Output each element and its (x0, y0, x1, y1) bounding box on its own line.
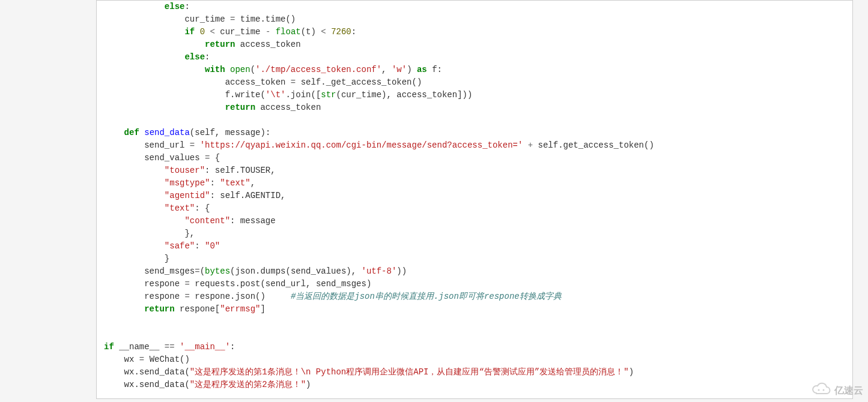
code-token: : (184, 2, 189, 11)
code-line: wx.send_data("这是程序发送的第2条消息！") (104, 380, 311, 389)
code-line: if __name__ == '__main__': (104, 342, 235, 352)
code-token: < (210, 27, 214, 37)
code-token: if (104, 342, 114, 352)
code-token: with (205, 65, 225, 74)
code-line: access_token = self._get_access_token() (104, 77, 422, 87)
code-token: #当返回的数据是json串的时候直接用.json即可将respone转换成字典 (291, 292, 562, 301)
code-line: wx.send_data("这是程序发送的第1条消息！\n Python程序调用… (104, 367, 634, 377)
code-token: respone (144, 279, 184, 289)
code-token: : { (195, 203, 210, 213)
code-token: "0" (205, 241, 220, 251)
code-token: send_url (144, 140, 190, 150)
code-token: : (205, 52, 210, 62)
code-line: return access_token (104, 103, 321, 112)
code-token: ( (200, 266, 205, 276)
code-line: cur_time = time.time() (104, 14, 296, 24)
code-token: "errmsg" (220, 304, 260, 314)
code-line: "safe": "0" (104, 241, 220, 251)
code-token: './tmp/access_token.conf' (255, 65, 381, 74)
code-token: < (321, 27, 326, 37)
code-token: (cur_time), access_token])) (336, 90, 473, 100)
code-token (195, 27, 199, 37)
code-token: = (291, 77, 296, 87)
code-token (326, 27, 331, 37)
code-token: bytes (205, 266, 230, 276)
code-token: cur_time (184, 14, 230, 24)
code-token: { (210, 153, 220, 163)
code-token: respone.json() (190, 292, 291, 301)
code-token: WeChat() (144, 355, 190, 364)
code-line: else: (104, 2, 190, 11)
code-token: open (230, 65, 250, 74)
code-token: access_token (225, 77, 291, 87)
code-line: def send_data(self, message): (104, 128, 270, 137)
code-token: self.get_access_token() (533, 140, 654, 150)
code-token: (self, message): (190, 128, 270, 137)
code-token: '__main__' (180, 342, 230, 352)
code-token: send_msges (144, 266, 195, 276)
code-token: access_token (235, 40, 300, 49)
code-token: : self.AGENTID, (210, 191, 285, 200)
code-token (195, 140, 199, 150)
code-line: send_url = 'https://qyapi.weixin.qq.com/… (104, 140, 654, 150)
code-token: wx.send_data( (124, 380, 190, 389)
code-token: if (184, 27, 195, 37)
code-token: 7260 (331, 27, 351, 37)
code-token: __name__ (114, 342, 165, 352)
code-token: )) (396, 266, 407, 276)
code-line: "agentid": self.AGENTID, (104, 191, 285, 200)
code-token (270, 27, 275, 37)
code-content: else: cur_time = time.time() if 0 < cur_… (104, 1, 845, 391)
code-line: f.write('\t'.join([str(cur_time), access… (104, 90, 472, 100)
code-token: ) (306, 380, 311, 389)
code-token: == (165, 342, 175, 352)
code-token: f: (427, 65, 442, 74)
code-token: respone[ (175, 304, 220, 314)
code-token: requests.post(send_url, send_msges) (190, 279, 371, 289)
code-token: = (184, 279, 189, 289)
code-token: send_values (144, 153, 205, 163)
code-token: "这是程序发送的第2条消息！" (190, 380, 306, 389)
code-token (523, 140, 527, 150)
page: else: cur_time = time.time() if 0 < cur_… (0, 0, 868, 399)
code-line: if 0 < cur_time - float(t) < 7260: (104, 27, 356, 37)
code-token: wx.send_data( (124, 367, 190, 377)
code-token: self._get_access_token() (296, 77, 422, 87)
code-token: send_data (144, 128, 190, 137)
code-token: ) (629, 367, 634, 377)
code-line: else: (104, 52, 210, 62)
code-token: wx (124, 355, 139, 364)
code-token: "msgtype" (165, 178, 210, 188)
code-token: "text" (165, 203, 195, 213)
code-token: "content" (184, 216, 230, 226)
code-token: 'utf-8' (362, 266, 397, 276)
code-token: cur_time (215, 27, 266, 37)
code-line: return access_token (104, 40, 301, 49)
code-token: ( (250, 65, 255, 74)
code-token: time.time() (235, 14, 296, 24)
code-token: '\t' (266, 90, 286, 100)
code-token: as (417, 65, 427, 74)
code-token: , (381, 65, 392, 74)
code-token (225, 65, 230, 74)
code-token: (t) (301, 27, 321, 37)
code-token: str (321, 90, 336, 100)
code-token: 'https://qyapi.weixin.qq.com/cgi-bin/mes… (200, 140, 523, 150)
code-token: : (210, 178, 220, 188)
code-token: return (225, 103, 255, 112)
code-token: else (184, 52, 205, 62)
code-token (139, 128, 144, 137)
code-token: = (184, 292, 189, 301)
code-token: : (351, 27, 356, 37)
code-line: send_msges=(bytes(json.dumps(send_values… (104, 266, 407, 276)
code-token: "agentid" (165, 191, 210, 200)
code-token: float (276, 27, 301, 37)
code-token: ] (260, 304, 265, 314)
code-token: 0 (200, 27, 205, 37)
code-token: "这是程序发送的第1条消息！\n Python程序调用企业微信API，从自建应用… (190, 367, 629, 377)
code-line: "text": { (104, 203, 210, 213)
code-token: 'w' (392, 65, 407, 74)
code-block: else: cur_time = time.time() if 0 < cur_… (96, 0, 853, 399)
code-line: } (104, 254, 169, 263)
code-token: = (195, 266, 199, 276)
